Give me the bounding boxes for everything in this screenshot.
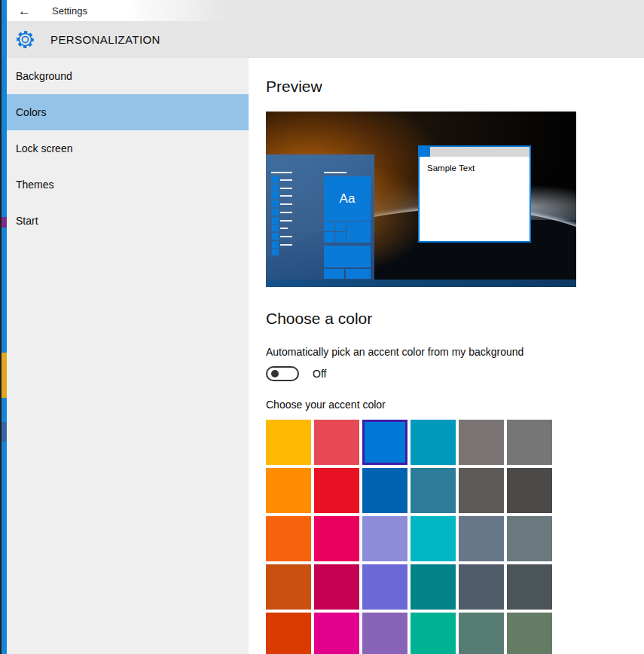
accent-swatch[interactable]: [362, 613, 407, 654]
start-tile: [346, 222, 371, 243]
sample-window-titlebar: [420, 147, 530, 157]
accent-swatch[interactable]: [314, 516, 359, 561]
accent-swatch[interactable]: [266, 420, 311, 465]
taskbar-preview: [266, 280, 576, 287]
sample-window-accent-square: [420, 147, 430, 157]
window-title: Settings: [52, 5, 87, 17]
accent-swatch[interactable]: [459, 420, 504, 465]
start-menu-item-square: [272, 217, 279, 224]
sidebar-item-colors[interactable]: Colors: [0, 94, 249, 130]
accent-swatch[interactable]: [411, 420, 456, 465]
start-menu-item-square: [272, 192, 279, 199]
start-menu-item-line: [280, 220, 292, 222]
start-menu-item-square: [272, 233, 279, 240]
accent-swatch[interactable]: [266, 564, 311, 610]
accent-swatch[interactable]: [411, 516, 456, 561]
accent-swatch[interactable]: [362, 564, 407, 610]
main-content: Preview Aa Sample Text Choose a color Au: [249, 58, 644, 654]
accent-swatch[interactable]: [266, 516, 311, 561]
accent-swatch[interactable]: [507, 420, 552, 465]
accent-swatch[interactable]: [362, 516, 407, 561]
background-window-fragment: [2, 217, 7, 228]
sidebar: BackgroundColorsLock screenThemesStart: [0, 58, 249, 654]
accent-swatch[interactable]: [459, 516, 504, 561]
accent-swatch[interactable]: [314, 468, 359, 513]
accent-swatch[interactable]: [459, 564, 504, 610]
accent-color-grid: [266, 420, 552, 654]
accent-swatch[interactable]: [459, 468, 504, 513]
start-menu-item-line: [280, 236, 292, 237]
accent-swatch[interactable]: [362, 468, 407, 513]
accent-swatch[interactable]: [314, 613, 359, 654]
start-menu-preview: Aa: [266, 154, 374, 280]
accent-swatch[interactable]: [507, 613, 552, 654]
sample-window-preview: Sample Text: [418, 145, 531, 243]
start-tile: [324, 269, 344, 279]
start-tile-aa: Aa: [324, 176, 371, 221]
start-menu-item-square: [272, 185, 279, 191]
start-menu-item-line: [280, 188, 292, 189]
accent-swatch[interactable]: [459, 613, 504, 654]
start-menu-item-square: [272, 249, 279, 255]
accent-swatch[interactable]: [411, 468, 456, 513]
sidebar-item-start[interactable]: Start: [0, 203, 249, 239]
sidebar-item-lock-screen[interactable]: Lock screen: [0, 130, 249, 167]
start-menu-item-square: [272, 200, 279, 207]
accent-swatch[interactable]: [507, 516, 552, 561]
background-window-edge-strip: [2, 0, 7, 654]
window-header-region: ← Settings PERSONALIZATION: [0, 0, 644, 58]
start-menu-item-line: [280, 195, 292, 197]
accent-swatch[interactable]: [411, 613, 456, 654]
accent-swatch[interactable]: [314, 564, 359, 610]
accent-swatch[interactable]: [507, 564, 552, 610]
start-menu-item-square: [272, 176, 279, 183]
start-menu-item-line: [280, 244, 292, 246]
start-menu-line: [271, 172, 292, 173]
accent-swatch[interactable]: [314, 420, 359, 465]
start-tile: [324, 246, 371, 267]
start-menu-line: [324, 172, 346, 173]
gear-icon: [15, 29, 35, 50]
start-menu-item-square: [272, 209, 279, 215]
accent-swatch[interactable]: [266, 613, 311, 654]
accent-swatch[interactable]: [411, 564, 456, 610]
accent-swatch[interactable]: [266, 468, 311, 513]
sidebar-item-background[interactable]: Background: [0, 58, 249, 94]
start-menu-item-line: [280, 228, 288, 229]
auto-accent-toggle[interactable]: [266, 366, 299, 381]
auto-accent-label: Automatically pick an accent color from …: [266, 346, 523, 358]
start-menu-item-line: [280, 203, 292, 205]
start-tile: [346, 269, 371, 279]
page-title: PERSONALIZATION: [50, 33, 160, 46]
preview-heading: Preview: [266, 78, 322, 96]
start-tile: [335, 222, 346, 231]
start-tile: [324, 222, 334, 231]
background-window-fragment: [2, 422, 7, 442]
preview-image: Aa Sample Text: [266, 112, 576, 287]
start-menu-item-line: [280, 179, 292, 181]
start-menu-item-square: [272, 241, 279, 248]
toggle-knob: [271, 370, 279, 377]
accent-color-label: Choose your accent color: [266, 399, 386, 411]
choose-color-heading: Choose a color: [266, 310, 372, 328]
background-window-fragment: [2, 353, 7, 398]
page-header: PERSONALIZATION: [0, 21, 644, 58]
start-tile: [324, 232, 334, 243]
titlebar: ← Settings: [0, 0, 644, 21]
start-tile: [335, 232, 346, 243]
accent-swatch-selected[interactable]: [362, 420, 407, 465]
toggle-state-label: Off: [313, 368, 326, 380]
sample-window-text: Sample Text: [420, 157, 530, 173]
start-menu-item-square: [272, 225, 279, 231]
accent-swatch[interactable]: [507, 468, 552, 513]
start-menu-item-line: [280, 212, 292, 213]
sidebar-item-themes[interactable]: Themes: [0, 167, 249, 203]
back-icon[interactable]: ←: [18, 5, 31, 17]
